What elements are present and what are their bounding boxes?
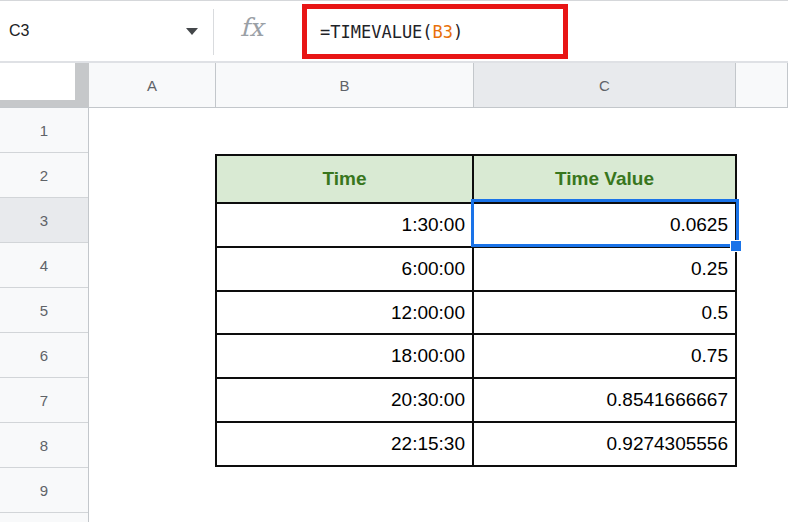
cell-b3[interactable]: 1:30:00 <box>217 204 472 246</box>
name-box[interactable]: C3 <box>0 1 212 61</box>
cell-c5[interactable]: 0.5 <box>474 292 735 334</box>
column-header-row: A B C <box>0 63 788 108</box>
formula-toolbar: C3 fx =TIMEVALUE(B3) <box>0 0 788 63</box>
column-header-a[interactable]: A <box>89 63 216 108</box>
column-header-c[interactable]: C <box>474 63 736 108</box>
cell-c6[interactable]: 0.75 <box>474 335 735 377</box>
cell-c8[interactable]: 0.9274305556 <box>474 423 735 465</box>
formula-highlight-box: =TIMEVALUE(B3) <box>302 4 568 59</box>
row-header-2[interactable]: 2 <box>0 153 88 198</box>
formula-input[interactable]: =TIMEVALUE(B3) <box>307 22 463 42</box>
cell-b5[interactable]: 12:00:00 <box>217 292 472 334</box>
table-header-time[interactable]: Time <box>217 156 472 202</box>
cell-b8[interactable]: 22:15:30 <box>217 423 472 465</box>
cell-b6[interactable]: 18:00:00 <box>217 335 472 377</box>
name-box-value: C3 <box>9 22 29 40</box>
row-header-10-partial[interactable] <box>0 513 88 522</box>
cell-c4[interactable]: 0.25 <box>474 248 735 290</box>
cell-b4[interactable]: 6:00:00 <box>217 248 472 290</box>
cell-b7[interactable]: 20:30:00 <box>217 379 472 421</box>
corner-shade-horizontal <box>0 100 89 107</box>
row-header-column: 1 2 3 4 5 6 7 8 9 <box>0 108 89 522</box>
row-header-6[interactable]: 6 <box>0 333 88 378</box>
fill-handle[interactable] <box>730 240 742 252</box>
row-header-4[interactable]: 4 <box>0 243 88 288</box>
data-table: Time Time Value 1:30:00 0.0625 6:00:00 0… <box>215 154 737 467</box>
formula-cell-reference: B3 <box>433 22 453 42</box>
row-header-3[interactable]: 3 <box>0 198 88 243</box>
table-header-time-value[interactable]: Time Value <box>474 156 735 202</box>
column-header-d-partial[interactable] <box>736 63 788 108</box>
chevron-down-icon[interactable] <box>186 28 198 35</box>
row-header-9[interactable]: 9 <box>0 468 88 513</box>
row-header-5[interactable]: 5 <box>0 288 88 333</box>
cell-c3-selected[interactable]: 0.0625 <box>474 204 735 246</box>
select-all-corner[interactable] <box>0 63 89 108</box>
toolbar-divider <box>213 9 214 55</box>
row-header-8[interactable]: 8 <box>0 423 88 468</box>
row-header-1[interactable]: 1 <box>0 108 88 153</box>
formula-function-text: =TIMEVALUE( <box>320 22 433 42</box>
column-header-b[interactable]: B <box>216 63 474 108</box>
formula-close-paren: ) <box>453 22 463 42</box>
spreadsheet-app: C3 fx =TIMEVALUE(B3) A B C 1 2 3 4 5 6 7… <box>0 0 788 522</box>
fx-icon: fx <box>240 13 263 42</box>
row-header-7[interactable]: 7 <box>0 378 88 423</box>
cell-c7[interactable]: 0.8541666667 <box>474 379 735 421</box>
